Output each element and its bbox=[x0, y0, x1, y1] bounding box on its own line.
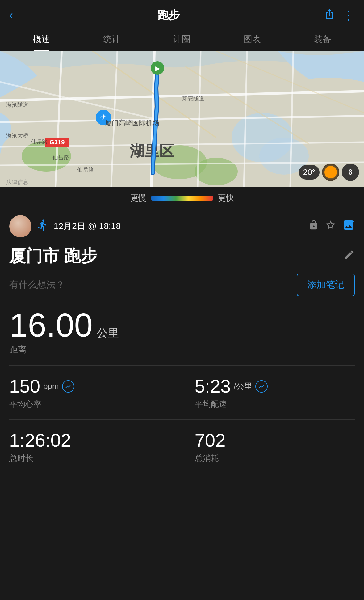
pace-unit: /公里 bbox=[234, 381, 252, 392]
svg-text:仙岳路: 仙岳路 bbox=[77, 167, 94, 173]
activity-details: 12月2日 @ 18:18 + 厦门市 跑步 bbox=[0, 209, 364, 480]
notes-placeholder[interactable]: 有什么想法？ bbox=[9, 279, 65, 291]
tab-overview[interactable]: 概述 bbox=[6, 27, 77, 51]
speed-slower-label: 更慢 bbox=[130, 193, 146, 203]
more-button[interactable]: ⋮ bbox=[342, 8, 355, 22]
distance-label: 距离 bbox=[9, 344, 355, 355]
avatar bbox=[9, 215, 31, 237]
svg-point-7 bbox=[195, 158, 238, 185]
heart-rate-label: 平均心率 bbox=[9, 399, 170, 410]
sun-graphic bbox=[324, 166, 337, 178]
tab-charts[interactable]: 图表 bbox=[217, 27, 287, 51]
svg-text:+: + bbox=[352, 219, 354, 224]
pace-value: 5:23 bbox=[195, 376, 231, 397]
duration-value: 1:26:02 bbox=[9, 430, 71, 451]
duration-stat: 1:26:02 总时长 bbox=[9, 419, 182, 474]
meta-action-icons: + bbox=[308, 219, 355, 234]
share-button[interactable] bbox=[324, 8, 335, 22]
heart-rate-unit: bpm bbox=[43, 381, 59, 391]
distance-unit: 公里 bbox=[97, 326, 119, 339]
avatar-image bbox=[9, 215, 31, 237]
duration-label: 总时长 bbox=[9, 453, 170, 464]
speed-faster-label: 更快 bbox=[218, 193, 234, 203]
pace-stat: 5:23 /公里 平均配速 bbox=[182, 365, 355, 419]
heart-rate-stat: 150 bpm 平均心率 bbox=[9, 365, 182, 419]
weather-sun-icon bbox=[322, 164, 339, 181]
pace-label: 平均配速 bbox=[195, 399, 355, 410]
tab-stats[interactable]: 统计 bbox=[77, 27, 147, 51]
activity-title: 厦门市 跑步 bbox=[9, 245, 97, 267]
svg-text:海沧隧道: 海沧隧道 bbox=[6, 102, 28, 108]
activity-datetime: 12月2日 @ 18:18 bbox=[54, 220, 121, 232]
activity-title-row: 厦门市 跑步 bbox=[9, 245, 355, 267]
heart-rate-icon bbox=[62, 380, 74, 393]
tab-gear[interactable]: 装备 bbox=[287, 27, 358, 51]
stats-grid: 150 bpm 平均心率 5:23 /公里 bbox=[9, 365, 355, 474]
header: ‹ 跑步 ⋮ bbox=[0, 0, 364, 27]
svg-text:海沧大桥: 海沧大桥 bbox=[6, 133, 28, 139]
running-icon bbox=[36, 219, 49, 234]
svg-text:翔安隧道: 翔安隧道 bbox=[182, 96, 204, 102]
distance-stat: 16.00 公里 距离 bbox=[9, 309, 355, 355]
svg-text:G319: G319 bbox=[50, 139, 65, 146]
tab-laps[interactable]: 计圈 bbox=[147, 27, 217, 51]
lock-icon bbox=[308, 220, 319, 233]
calories-stat: 702 总消耗 bbox=[182, 419, 355, 474]
heart-rate-value: 150 bbox=[9, 376, 40, 397]
svg-text:▶: ▶ bbox=[155, 65, 160, 72]
map-view[interactable]: G319 湖里区 ▶ ✈ 🚇 厦门高崎国际机场 海沧隧道 海沧大桥 仙岳路 仙岳… bbox=[0, 51, 364, 187]
activity-meta-row: 12月2日 @ 18:18 + bbox=[9, 215, 355, 237]
calories-value: 702 bbox=[195, 430, 226, 451]
notes-row: 有什么想法？ 添加笔记 bbox=[9, 274, 355, 296]
add-note-button[interactable]: 添加笔记 bbox=[297, 274, 355, 296]
svg-text:厦门高崎国际机场: 厦门高崎国际机场 bbox=[105, 119, 159, 127]
back-button[interactable]: ‹ bbox=[9, 9, 13, 22]
svg-text:仙岳路: 仙岳路 bbox=[52, 154, 69, 160]
svg-text:仙岳路: 仙岳路 bbox=[31, 139, 48, 145]
calories-label: 总消耗 bbox=[195, 453, 355, 464]
weather-overlay: 20° 6 bbox=[299, 164, 359, 181]
header-actions: ⋮ bbox=[324, 8, 355, 22]
wind-level-display: 6 bbox=[342, 164, 359, 181]
svg-text:法律信息: 法律信息 bbox=[6, 179, 28, 185]
tab-bar: 概述 统计 计圈 图表 装备 bbox=[0, 27, 364, 51]
star-icon[interactable] bbox=[325, 219, 336, 233]
temperature-display: 20° bbox=[299, 165, 320, 180]
speed-gradient-bar bbox=[151, 196, 213, 201]
page-title: 跑步 bbox=[13, 8, 324, 23]
share-image-icon[interactable]: + bbox=[342, 219, 355, 234]
distance-value: 16.00 bbox=[9, 306, 93, 344]
edit-title-button[interactable] bbox=[344, 249, 355, 263]
pace-icon bbox=[255, 380, 268, 393]
speed-legend: 更慢 更快 bbox=[0, 187, 364, 209]
